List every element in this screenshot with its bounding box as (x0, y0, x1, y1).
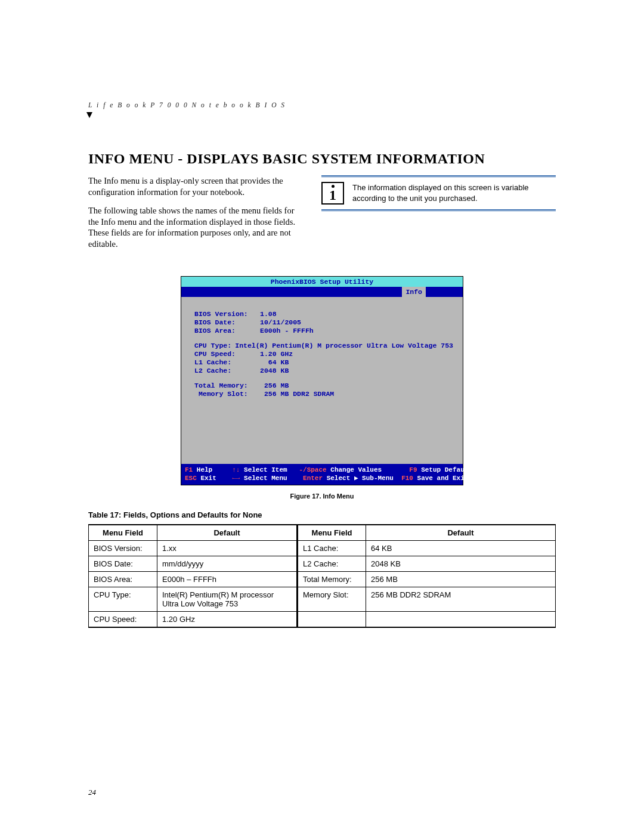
bios-field-label: Memory Slot: (194, 390, 260, 398)
table-header: Menu Field (298, 525, 366, 541)
table-header: Default (366, 525, 556, 541)
bios-tab-info: Info (402, 287, 426, 297)
bios-field-value: 256 MB (260, 382, 289, 389)
bios-field-value: 10/11/2005 (260, 318, 301, 326)
intro-paragraph-1: The Info menu is a display-only screen t… (88, 175, 306, 198)
table-row: BIOS Area:E000h – FFFFh Total Memory:256… (89, 571, 556, 587)
bios-title: PhoenixBIOS Setup Utility (181, 277, 463, 287)
bios-field-value: 2048 KB (260, 367, 289, 374)
table-header: Default (157, 525, 298, 541)
table-row: BIOS Date:mm/dd/yyyy L2 Cache:2048 KB (89, 556, 556, 571)
info-icon: 1 (321, 182, 344, 205)
bios-tab-bar: Info (181, 287, 463, 297)
bios-field-label: BIOS Date: (194, 318, 260, 326)
figure-caption: Figure 17. Info Menu (88, 493, 556, 500)
bios-field-value: 1.08 (260, 310, 277, 318)
triangle-icon (86, 112, 92, 118)
bios-field-label: L1 Cache: (194, 358, 260, 366)
bios-footer: F1 Help ↑↓ Select Item -/Space Change Va… (181, 464, 463, 485)
bios-field-label: CPU Speed: (194, 350, 260, 358)
bios-field-label: L2 Cache: (194, 367, 260, 374)
info-callout-box: 1 The information displayed on this scre… (321, 175, 556, 211)
bios-field-label: BIOS Version: (194, 310, 260, 318)
table-row: CPU Type:Intel(R) Pentium(R) M processor… (89, 587, 556, 611)
bios-screenshot: PhoenixBIOS Setup Utility Info BIOS Vers… (181, 276, 463, 485)
intro-paragraph-2: The following table shows the names of t… (88, 205, 306, 250)
bios-field-label: CPU Type: (194, 342, 235, 349)
table-row: CPU Speed:1.20 GHz (89, 611, 556, 627)
bios-field-value: 256 MB DDR2 SDRAM (260, 390, 334, 398)
info-callout-text: The information displayed on this screen… (352, 182, 556, 203)
page-title: INFO MENU - DISPLAYS BASIC SYSTEM INFORM… (88, 151, 556, 167)
bios-field-value: Intel(R) Pentium(R) M processor Ultra Lo… (235, 342, 453, 349)
bios-field-value: 1.20 GHz (260, 350, 293, 358)
bios-body: BIOS Version:1.08 BIOS Date:10/11/2005 B… (181, 297, 463, 464)
bios-field-label: Total Memory: (194, 382, 260, 389)
bios-field-value: E000h - FFFFh (260, 327, 314, 335)
table-header: Menu Field (89, 525, 157, 541)
bios-field-label: BIOS Area: (194, 327, 260, 335)
table-caption: Table 17: Fields, Options and Defaults f… (88, 510, 556, 519)
fields-defaults-table: Menu Field Default Menu Field Default BI… (88, 524, 556, 628)
table-row: BIOS Version:1.xx L1 Cache:64 KB (89, 540, 556, 556)
bios-field-value: 64 KB (260, 358, 289, 366)
page-number: 24 (88, 788, 96, 797)
header-breadcrumb: L i f e B o o k P 7 0 0 0 N o t e b o o … (88, 101, 556, 109)
